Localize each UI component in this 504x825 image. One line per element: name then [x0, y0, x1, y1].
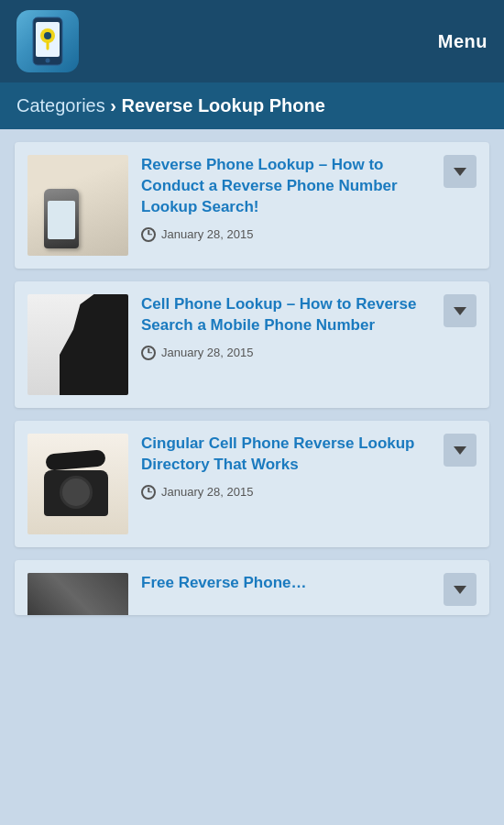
article-meta-1: January 28, 2015	[141, 227, 477, 242]
svg-point-4	[44, 32, 51, 39]
article-meta-2: January 28, 2015	[141, 346, 477, 360]
article-body-2: Cell Phone Lookup – How to Reverse Searc…	[141, 294, 477, 360]
app-header: Menu	[0, 0, 504, 82]
svg-point-2	[46, 59, 50, 63]
clock-icon-2	[141, 346, 156, 360]
clock-icon-3	[141, 485, 156, 500]
breadcrumb: Categories › Reverse Lookup Phone	[0, 82, 504, 129]
article-thumb-4	[27, 573, 128, 615]
article-title-2[interactable]: Cell Phone Lookup – How to Reverse Searc…	[141, 294, 477, 336]
dropdown-button-3[interactable]	[444, 434, 477, 467]
phone-body	[44, 470, 108, 516]
article-card-4[interactable]: Free Reverse Phone…	[15, 560, 489, 615]
article-card-2[interactable]: Cell Phone Lookup – How to Reverse Searc…	[15, 281, 489, 408]
article-body-4: Free Reverse Phone…	[141, 573, 477, 603]
article-thumb-1	[27, 155, 128, 256]
article-title-4[interactable]: Free Reverse Phone…	[141, 573, 477, 594]
article-title-3[interactable]: Cingular Cell Phone Reverse Lookup Direc…	[141, 434, 477, 476]
logo-container	[16, 10, 79, 72]
rotary-phone-illustration	[44, 452, 113, 516]
chevron-down-icon-1	[454, 168, 466, 176]
article-body-1: Reverse Phone Lookup – How to Conduct a …	[141, 155, 477, 242]
chevron-down-icon-2	[454, 307, 466, 315]
article-meta-3: January 28, 2015	[141, 485, 477, 500]
article-card-1[interactable]: Reverse Phone Lookup – How to Conduct a …	[15, 142, 489, 269]
article-thumb-2	[27, 294, 128, 395]
breadcrumb-text: Categories › Reverse Lookup Phone	[16, 95, 325, 116]
dropdown-button-2[interactable]	[444, 294, 477, 327]
phone-logo-icon	[27, 16, 68, 67]
clock-icon-1	[141, 227, 156, 242]
breadcrumb-separator: ›	[105, 95, 122, 116]
articles-list: Reverse Phone Lookup – How to Conduct a …	[0, 129, 504, 628]
phone-dial	[60, 476, 93, 509]
dropdown-button-4[interactable]	[444, 573, 477, 606]
article-date-2: January 28, 2015	[161, 346, 253, 359]
article-date-3: January 28, 2015	[161, 485, 253, 499]
article-body-3: Cingular Cell Phone Reverse Lookup Direc…	[141, 434, 477, 500]
article-thumb-3	[27, 434, 128, 534]
breadcrumb-category[interactable]: Categories	[16, 95, 105, 116]
dropdown-button-1[interactable]	[444, 155, 477, 188]
article-date-1: January 28, 2015	[161, 227, 253, 241]
chevron-down-icon-4	[454, 586, 466, 594]
article-title-1[interactable]: Reverse Phone Lookup – How to Conduct a …	[141, 155, 477, 218]
breadcrumb-current: Reverse Lookup Phone	[122, 95, 325, 116]
article-card-3[interactable]: Cingular Cell Phone Reverse Lookup Direc…	[15, 421, 489, 547]
phone-handle	[45, 449, 105, 471]
app-logo	[16, 10, 79, 72]
menu-button[interactable]: Menu	[438, 31, 488, 52]
chevron-down-icon-3	[454, 446, 466, 455]
